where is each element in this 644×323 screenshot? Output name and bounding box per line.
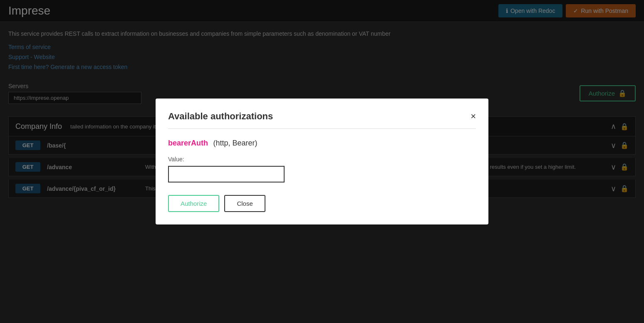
auth-scheme-name: bearerAuth: [168, 139, 208, 147]
bearer-value-input[interactable]: [168, 166, 285, 182]
value-field-wrap: Value:: [168, 156, 476, 182]
modal-close-button[interactable]: ×: [471, 112, 476, 121]
modal-header: Available authorizations ×: [168, 111, 476, 129]
modal-actions: Authorize Close: [168, 195, 476, 212]
value-label: Value:: [168, 156, 476, 163]
modal-title: Available authorizations: [168, 111, 273, 122]
modal-overlay[interactable]: Available authorizations × bearerAuth (h…: [0, 0, 644, 323]
auth-modal: Available authorizations × bearerAuth (h…: [156, 99, 488, 224]
modal-close-action-button[interactable]: Close: [224, 195, 265, 212]
modal-authorize-button[interactable]: Authorize: [168, 195, 219, 212]
auth-scheme-type: (http, Bearer): [213, 139, 257, 147]
auth-scheme-title: bearerAuth (http, Bearer): [168, 139, 476, 148]
